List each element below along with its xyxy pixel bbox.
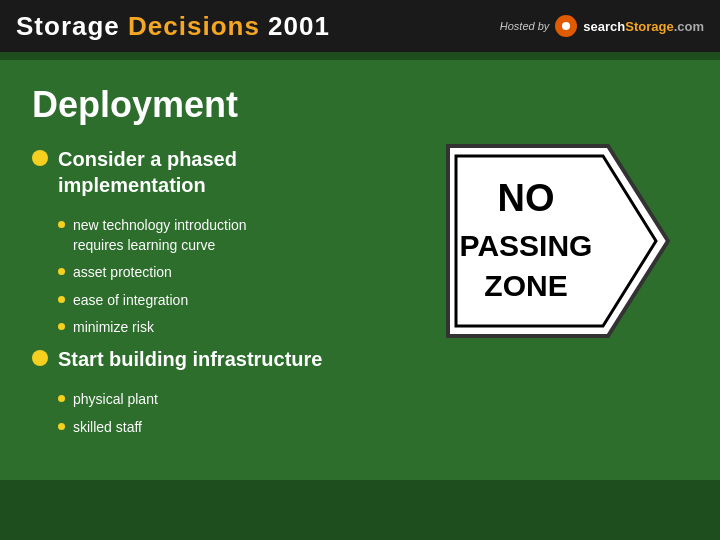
sub-dot-asset: [58, 268, 65, 275]
hosted-by-section: Hosted by searchStorage.com: [500, 15, 704, 37]
logo-text: searchStorage.com: [583, 19, 704, 34]
sign-container: NO PASSING ZONE: [428, 136, 688, 346]
sub-dot-minimize: [58, 323, 65, 330]
sub-bullet-plant-text: physical plant: [73, 390, 158, 410]
bullet1-line2: implementation: [58, 174, 206, 196]
sub-bullet-minimize: minimize risk: [58, 318, 408, 338]
subheader-stripe: [0, 52, 720, 60]
svg-text:NO: NO: [498, 177, 555, 219]
bullet1-line1: Consider a phased: [58, 148, 237, 170]
sub-bullet-asset-text: asset protection: [73, 263, 172, 283]
logo-storage: Storage: [625, 19, 673, 34]
title-storage: Storage: [16, 11, 128, 41]
main-bullet-1-text: Consider a phased implementation: [58, 146, 237, 198]
page-title: Deployment: [32, 84, 688, 126]
main-content: Deployment Consider a phased implementat…: [0, 60, 720, 461]
sub-bullets-1: new technology introduction requires lea…: [58, 216, 408, 338]
svg-text:ZONE: ZONE: [484, 269, 567, 302]
main-bullet-1: Consider a phased implementation: [32, 146, 408, 198]
sub-bullet-minimize-text: minimize risk: [73, 318, 154, 338]
logo-circle-icon: [555, 15, 577, 37]
hosted-by-label: Hosted by: [500, 20, 550, 32]
bullet-circle-2: [32, 350, 48, 366]
sub-bullet-plant: physical plant: [58, 390, 408, 410]
sub-bullet-ease: ease of integration: [58, 291, 408, 311]
sub-dot-plant: [58, 395, 65, 402]
no-passing-sign: NO PASSING ZONE: [438, 136, 678, 346]
sub-bullet-tech-text: new technology introduction requires lea…: [73, 216, 247, 255]
sub-bullet-ease-text: ease of integration: [73, 291, 188, 311]
sub-dot-ease: [58, 296, 65, 303]
main-bullet-2-text: Start building infrastructure: [58, 346, 322, 372]
content-columns: Consider a phased implementation new tec…: [32, 146, 688, 445]
sub-bullets-2: physical plant skilled staff: [58, 390, 408, 437]
logo-inner-dot: [562, 22, 570, 30]
logo-search: search: [583, 19, 625, 34]
sub-bullet-staff: skilled staff: [58, 418, 408, 438]
sub-bullet-asset: asset protection: [58, 263, 408, 283]
main-bullet-2: Start building infrastructure: [32, 346, 408, 372]
bullet-circle-1: [32, 150, 48, 166]
sub-dot-staff: [58, 423, 65, 430]
sub-dot-tech: [58, 221, 65, 228]
title-year: 2001: [268, 11, 330, 41]
bottom-section: [0, 480, 720, 540]
header-bar: Storage Decisions 2001 Hosted by searchS…: [0, 0, 720, 52]
logo-com: .com: [674, 19, 704, 34]
svg-text:PASSING: PASSING: [460, 229, 593, 262]
sign-svg: NO PASSING ZONE: [438, 136, 678, 346]
sub-bullet-staff-text: skilled staff: [73, 418, 142, 438]
left-column: Consider a phased implementation new tec…: [32, 146, 408, 445]
title-decisions: Decisions: [128, 11, 268, 41]
app-title: Storage Decisions 2001: [16, 11, 330, 42]
sub-bullet-tech: new technology introduction requires lea…: [58, 216, 408, 255]
